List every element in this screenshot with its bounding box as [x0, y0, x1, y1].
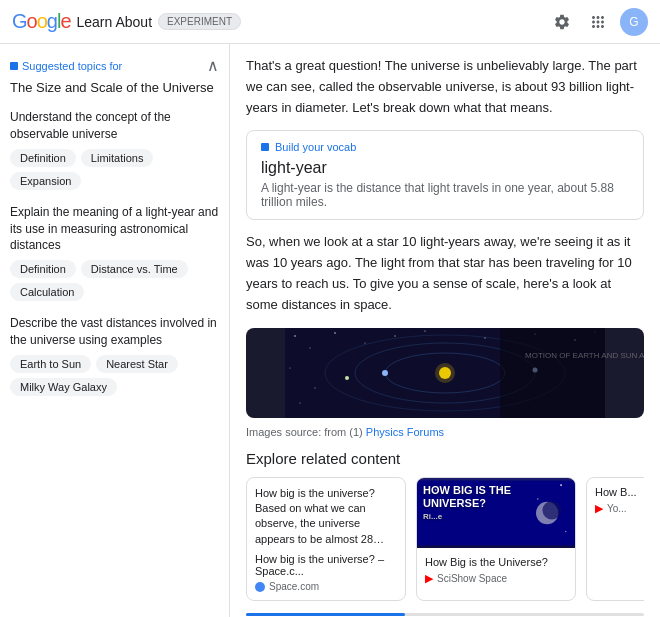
related-card-2-source: ▶ SciShow Space: [425, 572, 567, 585]
svg-point-11: [290, 367, 291, 368]
vocab-term: light-year: [261, 159, 629, 177]
main-layout: Suggested topics for ∧ The Size and Scal…: [0, 44, 660, 617]
related-card-3-source: ▶ Yo...: [595, 502, 644, 515]
related-card-2-title: How Big is the Universe?: [425, 556, 567, 568]
related-card-1-desc: How big is the universe? Based on what w…: [255, 486, 397, 548]
svg-point-13: [300, 402, 301, 403]
topic-title-2: Explain the meaning of a light-year and …: [10, 204, 219, 254]
vocab-card: Build your vocab light-year A light-year…: [246, 130, 644, 220]
svg-rect-22: [500, 328, 605, 418]
google-logo: Google: [12, 10, 71, 33]
blue-square-icon: [10, 62, 18, 70]
content-area: That's a great question! The universe is…: [230, 44, 660, 617]
svg-text:MOTION OF EARTH AND SUN AROUND: MOTION OF EARTH AND SUN AROUND THE MILKY…: [525, 351, 644, 360]
sidebar-title: The Size and Scale of the Universe: [10, 79, 219, 97]
header-left: Google Learn About EXPERIMENT: [12, 10, 241, 33]
topic-section-3: Describe the vast distances involved in …: [10, 315, 219, 396]
topic-title-3: Describe the vast distances involved in …: [10, 315, 219, 349]
chip-nearest-star[interactable]: Nearest Star: [96, 355, 178, 373]
video-thumbnail: HOW BIG IS THE UNIVERSE? Ri...e: [417, 478, 575, 548]
svg-point-31: [565, 530, 566, 531]
related-card-1[interactable]: How big is the universe? Based on what w…: [246, 477, 406, 602]
chips-2: Definition Distance vs. Time Calculation: [10, 260, 219, 301]
avatar[interactable]: G: [620, 8, 648, 36]
related-card-1-text: How big is the universe? Based on what w…: [247, 478, 405, 601]
related-card-3[interactable]: How B... ▶ Yo...: [586, 477, 644, 602]
svg-point-12: [314, 387, 315, 388]
related-card-1-title: How big is the universe? – Space.c...: [255, 553, 397, 577]
progress-bar: [246, 613, 405, 616]
related-card-3-text: How B... ▶ Yo...: [587, 478, 644, 523]
answer-text: That's a great question! The universe is…: [246, 56, 644, 118]
vocab-card-header: Build your vocab: [261, 141, 629, 153]
chips-1: Definition Limitations Expansion: [10, 149, 219, 190]
sidebar: Suggested topics for ∧ The Size and Scal…: [0, 44, 230, 617]
chip-definition-2[interactable]: Definition: [10, 260, 76, 278]
chip-milky-way[interactable]: Milky Way Galaxy: [10, 378, 117, 396]
chip-distance-vs-time[interactable]: Distance vs. Time: [81, 260, 188, 278]
apps-icon[interactable]: [584, 8, 612, 36]
experiment-badge: EXPERIMENT: [158, 13, 241, 30]
paragraph-text: So, when we look at a star 10 light-year…: [246, 232, 644, 315]
youtube-icon: ▶: [425, 572, 433, 585]
learn-about-label: Learn About: [77, 14, 153, 30]
topic-section-1: Understand the concept of the observable…: [10, 109, 219, 190]
topic-section-2: Explain the meaning of a light-year and …: [10, 204, 219, 301]
suggested-topics-label: Suggested topics for: [10, 60, 122, 72]
svg-point-7: [484, 337, 485, 338]
chip-limitations[interactable]: Limitations: [81, 149, 154, 167]
space-image: MOTION OF EARTH AND SUN AROUND THE MILKY…: [246, 328, 644, 418]
chip-definition-1[interactable]: Definition: [10, 149, 76, 167]
youtube-icon-3: ▶: [595, 502, 603, 515]
video-title-overlay: HOW BIG IS THE UNIVERSE? Ri...e: [423, 484, 569, 522]
svg-point-15: [435, 363, 455, 383]
chip-expansion[interactable]: Expansion: [10, 172, 81, 190]
progress-bar-container: [246, 613, 644, 616]
header: Google Learn About EXPERIMENT G: [0, 0, 660, 44]
image-source: Images source: from (1) Physics Forums: [246, 426, 644, 438]
sidebar-header: Suggested topics for ∧: [10, 56, 219, 75]
settings-icon[interactable]: [548, 8, 576, 36]
svg-point-6: [424, 330, 425, 331]
svg-point-3: [334, 332, 335, 333]
collapse-icon[interactable]: ∧: [207, 56, 219, 75]
svg-point-19: [382, 370, 388, 376]
svg-point-21: [345, 376, 349, 380]
related-card-3-title: How B...: [595, 486, 644, 498]
space-com-icon: [255, 582, 265, 592]
chips-3: Earth to Sun Nearest Star Milky Way Gala…: [10, 355, 219, 396]
chip-calculation[interactable]: Calculation: [10, 283, 84, 301]
svg-point-4: [365, 342, 366, 343]
topic-title-1: Understand the concept of the observable…: [10, 109, 219, 143]
vocab-blue-icon: [261, 143, 269, 151]
chip-earth-to-sun[interactable]: Earth to Sun: [10, 355, 91, 373]
vocab-definition: A light-year is the distance that light …: [261, 181, 629, 209]
related-card-1-source: Space.com: [255, 581, 397, 592]
related-card-2-text: How Big is the Universe? ▶ SciShow Space: [417, 548, 575, 593]
physics-forums-link[interactable]: Physics Forums: [366, 426, 444, 438]
svg-point-1: [294, 335, 296, 337]
header-right: G: [548, 8, 648, 36]
svg-point-5: [394, 335, 396, 337]
explore-related-title: Explore related content: [246, 450, 644, 467]
related-card-2[interactable]: HOW BIG IS THE UNIVERSE? Ri...e How Big …: [416, 477, 576, 602]
related-cards-container: How big is the universe? Based on what w…: [246, 477, 644, 602]
svg-point-2: [309, 347, 310, 348]
